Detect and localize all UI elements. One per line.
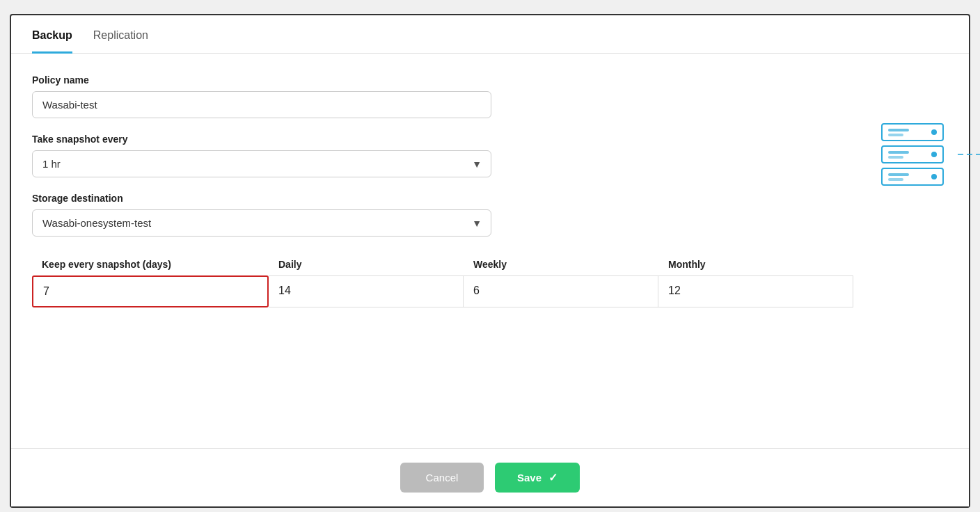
save-checkmark-icon: ✓ [548,471,558,484]
storage-select[interactable]: Wasabi-onesystem-test [32,209,491,237]
server-unit-2 [881,145,944,163]
retention-monthly-header: Monthly [658,252,853,275]
dashed-arrow [958,150,980,159]
retention-weekly-cell[interactable]: 6 [464,275,658,307]
save-button[interactable]: Save ✓ [495,463,580,493]
snapshot-select[interactable]: 1 hr [32,150,491,177]
cancel-button[interactable]: Cancel [400,463,484,493]
form-section: Policy name Take snapshot every 1 hr ▼ S… [32,74,853,434]
storage-label: Storage destination [32,193,853,204]
main-content: Policy name Take snapshot every 1 hr ▼ S… [11,54,969,448]
dialog: Backup Replication Policy name Take snap… [10,14,970,508]
retention-daily-header: Daily [269,252,464,275]
retention-section: Keep every snapshot (days) Daily Weekly … [32,252,853,307]
tab-bar: Backup Replication [11,15,969,54]
snapshot-select-wrapper: 1 hr ▼ [32,150,491,177]
snapshot-group: Take snapshot every 1 hr ▼ [32,134,853,177]
retention-weekly-header: Weekly [464,252,658,275]
server-unit-3 [881,168,944,186]
retention-keep-cell[interactable]: 7 [32,275,269,307]
retention-keep-header: Keep every snapshot (days) [32,252,269,275]
tab-backup[interactable]: Backup [32,15,72,54]
policy-name-label: Policy name [32,74,853,86]
footer: Cancel Save ✓ [11,448,969,506]
policy-name-group: Policy name [32,74,853,118]
storage-select-wrapper: Wasabi-onesystem-test ▼ [32,209,491,237]
server-stack [881,123,944,186]
retention-daily-cell[interactable]: 14 [269,275,464,307]
snapshot-label: Take snapshot every [32,134,853,145]
illustration-section: S3 [881,74,980,434]
server-unit-1 [881,123,944,141]
policy-name-input[interactable] [32,91,491,118]
retention-monthly-cell[interactable]: 12 [658,275,853,307]
server-to-s3-illustration: S3 [881,116,980,193]
tab-replication[interactable]: Replication [93,15,148,54]
storage-group: Storage destination Wasabi-onesystem-tes… [32,193,853,237]
